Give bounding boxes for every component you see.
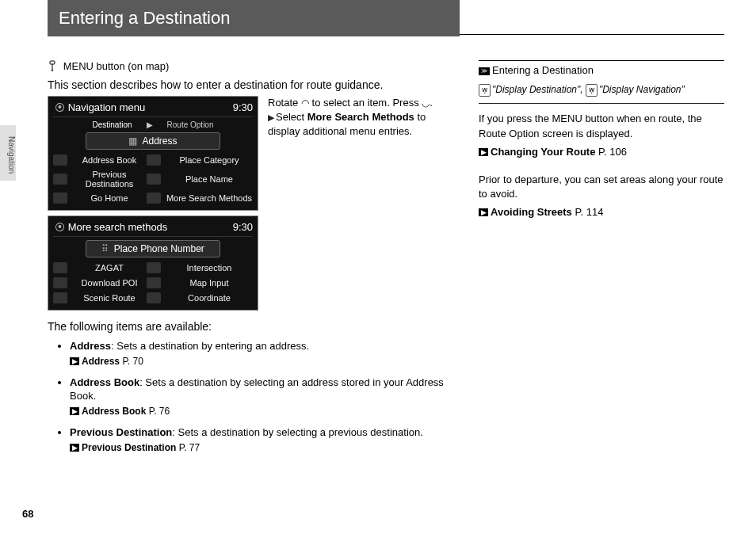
- main-column: MENU button (on map) This section descri…: [48, 60, 460, 462]
- screen-tab-route-option: Route Option: [167, 120, 214, 129]
- previous-dest-icon: [53, 174, 67, 185]
- screen-button-place-phone: ⠿ Place Phone Number: [86, 240, 220, 257]
- voice-icon: w͎: [479, 84, 491, 97]
- sidebar-heading: ≫Entering a Destination: [479, 64, 724, 76]
- screen-button-address: ▦ Address: [86, 132, 220, 150]
- cell-download-poi: Download POI: [74, 278, 145, 288]
- voice-command-box: w͎"Display Destination", w͎"Display Navi…: [479, 81, 724, 104]
- intro-text: This section describes how to enter a de…: [48, 78, 460, 91]
- xref-changing-route[interactable]: ▶Changing Your Route P. 106: [479, 145, 724, 160]
- go-home-icon: [53, 193, 67, 204]
- available-items-label: The following items are available:: [48, 320, 460, 333]
- map-input-icon: [147, 277, 161, 288]
- cell-scenic-route: Scenic Route: [74, 293, 145, 303]
- place-category-icon: [147, 154, 161, 166]
- forward-icon: ≫: [479, 67, 490, 75]
- xref-icon: ▶: [479, 208, 488, 216]
- screen-tab-destination: Destination: [93, 120, 132, 129]
- xref-icon: ▶: [70, 357, 79, 365]
- page-title: Entering a Destination: [48, 0, 460, 36]
- coordinate-icon: [147, 292, 161, 303]
- instruction-text: Rotate ◠ to select an item. Press ◡. ▶Se…: [268, 96, 460, 315]
- rotate-dial-icon: ◠: [301, 97, 309, 109]
- device-screenshot-more-search: ⦿ More search methods 9:30 ⠿ Place Phone…: [48, 216, 258, 311]
- voice-icon: w͎: [586, 84, 598, 97]
- breadcrumb-text: MENU button (on map): [63, 60, 170, 72]
- press-button-icon: ◡: [422, 97, 430, 109]
- sidebar-para-2: Prior to departure, you can set areas al…: [479, 173, 724, 203]
- item-address: Address: Sets a destination by entering …: [70, 339, 460, 368]
- item-address-book: Address Book: Sets a destination by sele…: [70, 376, 460, 418]
- tab-arrow-icon: ▶: [147, 120, 153, 129]
- cell-address-book: Address Book: [74, 155, 145, 165]
- xref-previous-destination[interactable]: ▶Previous Destination P. 77: [70, 441, 460, 454]
- breadcrumb: MENU button (on map): [48, 60, 460, 74]
- more-search-icon: [147, 193, 161, 204]
- page-header: Entering a Destination: [48, 0, 724, 36]
- svg-rect-0: [50, 61, 55, 64]
- sidebar-column: ≫Entering a Destination w͎"Display Desti…: [479, 60, 724, 462]
- page-number: 68: [22, 508, 33, 520]
- xref-address-book[interactable]: ▶Address Book P. 76: [70, 405, 460, 418]
- cell-zagat: ZAGAT: [74, 263, 145, 273]
- menu-button-icon: [48, 60, 57, 74]
- device-screenshot-nav-menu: ⦿ Navigation menu 9:30 Destination ▶ Rou…: [48, 96, 258, 211]
- zagat-icon: [53, 262, 67, 273]
- cell-place-category: Place Category: [166, 155, 253, 165]
- cell-place-name: Place Name: [166, 174, 253, 184]
- cell-more-search: More Search Methods: [166, 193, 253, 203]
- sidebar-para-1: If you press the MENU button when en rou…: [479, 112, 724, 142]
- screen-clock: 9:30: [233, 101, 253, 113]
- item-previous-destination: Previous Destination: Sets a destination…: [70, 425, 460, 454]
- svg-point-2: [52, 70, 53, 71]
- screen-clock: 9:30: [233, 221, 253, 233]
- cell-coordinate: Coordinate: [166, 293, 253, 303]
- bullet-icon: ▶: [268, 113, 274, 122]
- xref-icon: ▶: [70, 407, 79, 415]
- download-poi-icon: [53, 277, 67, 288]
- header-rule: [460, 0, 724, 35]
- screen-title: ⦿ More search methods: [55, 221, 167, 233]
- intersection-icon: [147, 262, 161, 273]
- place-name-icon: [147, 174, 161, 185]
- cell-previous-destinations: Previous Destinations: [74, 170, 145, 189]
- xref-address[interactable]: ▶Address P. 70: [70, 355, 460, 368]
- scenic-route-icon: [53, 292, 67, 303]
- cell-intersection: Intersection: [166, 263, 253, 273]
- cell-map-input: Map Input: [166, 278, 253, 288]
- xref-icon: ▶: [70, 444, 79, 452]
- cell-go-home: Go Home: [74, 193, 145, 203]
- xref-avoiding-streets[interactable]: ▶Avoiding Streets P. 114: [479, 205, 724, 220]
- section-tab: Navigation: [0, 125, 16, 181]
- xref-icon: ▶: [479, 148, 488, 156]
- screen-title: ⦿ Navigation menu: [55, 101, 145, 113]
- address-book-icon: [53, 154, 67, 166]
